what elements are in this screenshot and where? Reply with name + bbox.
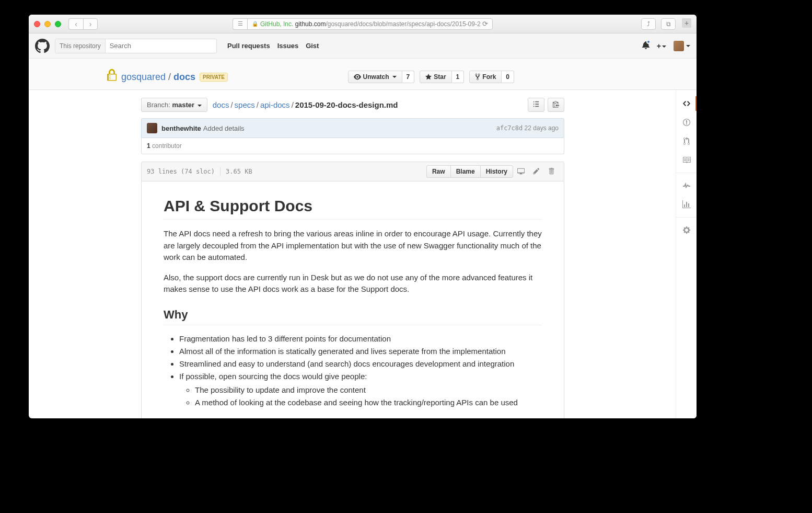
fork-count[interactable]: 0 [502,71,514,83]
sidebar-pulls[interactable] [676,132,697,151]
maximize-window-button[interactable] [55,21,61,27]
nav-gist[interactable]: Gist [306,42,319,50]
url-company: GitHub, Inc. [260,20,293,28]
sidebar-graphs[interactable] [676,195,697,214]
url-path: /gosquared/docs/blob/master/specs/api-do… [326,20,480,28]
issue-icon [683,118,690,127]
gear-icon [683,226,690,234]
breadcrumb: docs/specs/api-docs/2015-09-20-docs-desi… [213,100,398,109]
search-container: This repository [55,39,217,53]
back-button[interactable]: ‹ [68,18,83,30]
share-button[interactable]: ⤴ [641,18,656,30]
sidebar-pulse[interactable] [676,176,697,195]
clipboard-icon [552,100,560,108]
star-button[interactable]: Star [420,71,451,83]
commit-author[interactable]: benthewhite [161,124,201,132]
sidebar-code[interactable] [676,94,697,113]
close-window-button[interactable] [34,21,40,27]
copy-path-button[interactable] [548,98,564,112]
pencil-icon [533,167,540,175]
markdown-body: API & Support Docs The API docs need a r… [141,181,564,418]
watch-control: Unwatch 7 [348,71,415,83]
nav-issues[interactable]: Issues [277,42,298,50]
star-count[interactable]: 1 [452,71,465,83]
trash-icon [548,167,554,175]
doc-paragraph: The API docs need a refresh to bring the… [164,228,542,264]
list-item: A method of looking at the codebase and … [195,396,542,409]
outline-button[interactable] [528,98,544,112]
file-lines: 93 lines (74 sloc) [147,168,215,175]
main-content: Branch: master docs/specs/api-docs/2015-… [29,90,676,418]
reload-icon[interactable]: ⟳ [482,20,488,28]
code-icon [682,99,691,108]
user-menu[interactable] [674,41,690,51]
commit-message[interactable]: Added details [203,124,245,132]
avatar-icon [674,41,684,51]
nav-pull-requests[interactable]: Pull requests [227,42,270,50]
blame-button[interactable]: Blame [451,165,480,178]
why-list: Fragmentation has led to 3 different poi… [164,333,542,409]
list-item: If possible, open sourcing the docs woul… [179,370,542,409]
delete-button[interactable] [544,167,559,176]
sidebar-settings[interactable] [676,221,697,240]
new-tab-button[interactable]: + [682,18,691,28]
edit-button[interactable] [529,167,544,176]
doc-paragraph: Also, the support docs are currently run… [164,272,542,295]
lock-icon: 🔒 [252,21,258,27]
browser-toolbar: ‹ › ☰ 🔒 GitHub, Inc. github.com /gosquar… [29,15,697,33]
minimize-window-button[interactable] [44,21,51,27]
commit-summary: benthewhite Added details afc7c8d 22 day… [141,118,564,138]
notification-dot-icon [646,40,651,44]
browser-window: ‹ › ☰ 🔒 GitHub, Inc. github.com /gosquar… [29,15,697,418]
history-button[interactable]: History [480,165,513,178]
crumb-specs[interactable]: specs [235,100,255,109]
github-header: This repository Pull requests Issues Gis… [29,33,697,59]
reader-button[interactable]: ☰ [233,18,247,30]
crumb-api-docs[interactable]: api-docs [260,100,290,109]
graph-icon [682,200,691,209]
watch-count[interactable]: 7 [402,71,415,83]
address-bar[interactable]: 🔒 GitHub, Inc. github.com /gosquared/doc… [247,18,493,30]
unwatch-button[interactable]: Unwatch [348,71,402,83]
raw-button[interactable]: Raw [426,165,451,178]
branch-selector[interactable]: Branch: master [141,98,207,112]
url-domain: github.com [295,20,326,28]
file-header: 93 lines (74 sloc) 3.65 KB Raw Blame His… [141,162,564,181]
list-item: The possibility to update and improve th… [195,384,542,396]
search-scope[interactable]: This repository [55,39,106,53]
list-icon [532,100,540,108]
notifications-button[interactable] [642,41,649,51]
primary-nav: Pull requests Issues Gist [227,42,319,50]
star-control: Star 1 [420,71,464,83]
crumb-filename: 2015-09-20-docs-design.md [295,100,398,109]
fork-button[interactable]: Fork [469,71,502,83]
forward-button[interactable]: › [83,18,98,30]
doc-title: API & Support Docs [164,197,542,220]
book-icon [682,156,691,164]
pull-request-icon [683,137,690,145]
desktop-icon [517,167,525,175]
sidebar-issues[interactable] [676,113,697,132]
create-new-dropdown[interactable]: + [657,42,666,50]
private-badge: PRIVATE [200,73,228,82]
github-logo-icon[interactable] [35,39,50,53]
commit-age: 22 days ago [525,124,559,132]
list-item: Streamlined and easy to understand (and … [179,358,542,370]
sidebar-wiki[interactable] [676,151,697,169]
desktop-button[interactable] [513,167,529,176]
repo-name-link[interactable]: docs [173,72,195,82]
commit-avatar-icon [147,123,157,133]
eye-icon [354,73,361,81]
repo-owner-link[interactable]: gosquared [121,72,166,82]
file-size: 3.65 KB [226,168,252,175]
tabs-button[interactable]: ⧉ [661,18,676,30]
repo-sidebar [676,90,697,418]
star-icon [425,73,432,81]
contributors-box: 1 contributor [141,138,564,154]
search-input[interactable] [106,42,216,50]
pulse-icon [683,181,690,190]
list-item: Almost all of the information is statica… [179,345,542,358]
private-repo-icon [107,69,117,85]
commit-sha[interactable]: afc7c8d [496,124,523,132]
crumb-docs[interactable]: docs [213,100,229,109]
